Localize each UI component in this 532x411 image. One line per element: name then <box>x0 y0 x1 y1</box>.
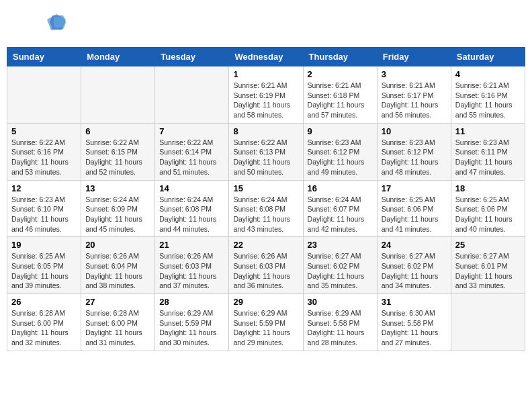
day-number: 17 <box>382 183 447 193</box>
day-number: 9 <box>308 126 373 136</box>
calendar-cell: 19Sunrise: 6:25 AMSunset: 6:05 PMDayligh… <box>7 237 81 294</box>
calendar-cell: 18Sunrise: 6:25 AMSunset: 6:06 PMDayligh… <box>451 180 525 237</box>
day-number: 20 <box>85 240 150 250</box>
calendar-week-row: 26Sunrise: 6:28 AMSunset: 6:00 PMDayligh… <box>7 294 525 351</box>
day-number: 21 <box>159 240 224 250</box>
day-number: 8 <box>233 126 298 136</box>
calendar-cell: 5Sunrise: 6:22 AMSunset: 6:16 PMDaylight… <box>7 123 81 180</box>
calendar-cell <box>7 66 81 124</box>
day-number: 18 <box>455 183 521 193</box>
day-number: 4 <box>455 69 521 79</box>
calendar-cell: 7Sunrise: 6:22 AMSunset: 6:14 PMDaylight… <box>155 123 229 180</box>
day-info: Sunrise: 6:22 AMSunset: 6:13 PMDaylight:… <box>233 138 298 177</box>
day-info: Sunrise: 6:22 AMSunset: 6:14 PMDaylight:… <box>159 138 224 177</box>
calendar-cell: 24Sunrise: 6:27 AMSunset: 6:02 PMDayligh… <box>377 237 451 294</box>
day-info: Sunrise: 6:23 AMSunset: 6:12 PMDaylight:… <box>382 138 447 177</box>
day-number: 10 <box>382 126 447 136</box>
calendar-cell: 31Sunrise: 6:30 AMSunset: 5:58 PMDayligh… <box>377 294 451 351</box>
day-info: Sunrise: 6:28 AMSunset: 6:00 PMDaylight:… <box>11 308 77 348</box>
weekday-header-thursday: Thursday <box>303 48 377 66</box>
calendar-cell: 2Sunrise: 6:21 AMSunset: 6:18 PMDaylight… <box>303 66 377 124</box>
calendar-cell: 15Sunrise: 6:24 AMSunset: 6:08 PMDayligh… <box>229 180 303 237</box>
day-number: 7 <box>159 126 224 136</box>
day-number: 15 <box>233 183 298 193</box>
logo <box>13 10 66 37</box>
logo-icon <box>47 13 66 32</box>
calendar-cell: 12Sunrise: 6:23 AMSunset: 6:10 PMDayligh… <box>7 180 81 237</box>
day-number: 28 <box>159 297 224 307</box>
day-number: 31 <box>382 297 447 307</box>
calendar-cell: 11Sunrise: 6:23 AMSunset: 6:11 PMDayligh… <box>451 123 525 180</box>
calendar-cell: 9Sunrise: 6:23 AMSunset: 6:12 PMDaylight… <box>303 123 377 180</box>
calendar-cell: 25Sunrise: 6:27 AMSunset: 6:01 PMDayligh… <box>451 237 525 294</box>
day-number: 5 <box>11 126 77 136</box>
day-number: 12 <box>11 183 77 193</box>
day-number: 2 <box>308 69 373 79</box>
calendar-cell: 17Sunrise: 6:25 AMSunset: 6:06 PMDayligh… <box>377 180 451 237</box>
day-info: Sunrise: 6:24 AMSunset: 6:08 PMDaylight:… <box>233 195 298 234</box>
day-info: Sunrise: 6:27 AMSunset: 6:02 PMDaylight:… <box>308 251 373 291</box>
day-info: Sunrise: 6:25 AMSunset: 6:06 PMDaylight:… <box>382 195 447 234</box>
day-number: 29 <box>233 297 298 307</box>
calendar-cell: 30Sunrise: 6:29 AMSunset: 5:58 PMDayligh… <box>303 294 377 351</box>
day-number: 3 <box>382 69 447 79</box>
day-info: Sunrise: 6:23 AMSunset: 6:10 PMDaylight:… <box>11 195 77 234</box>
day-info: Sunrise: 6:21 AMSunset: 6:18 PMDaylight:… <box>308 81 373 120</box>
calendar-cell: 6Sunrise: 6:22 AMSunset: 6:15 PMDaylight… <box>81 123 155 180</box>
calendar-cell: 22Sunrise: 6:26 AMSunset: 6:03 PMDayligh… <box>229 237 303 294</box>
calendar-cell: 21Sunrise: 6:26 AMSunset: 6:03 PMDayligh… <box>155 237 229 294</box>
calendar-cell: 23Sunrise: 6:27 AMSunset: 6:02 PMDayligh… <box>303 237 377 294</box>
calendar-cell: 29Sunrise: 6:29 AMSunset: 5:59 PMDayligh… <box>229 294 303 351</box>
calendar-cell: 3Sunrise: 6:21 AMSunset: 6:17 PMDaylight… <box>377 66 451 124</box>
calendar-table: SundayMondayTuesdayWednesdayThursdayFrid… <box>7 47 525 351</box>
weekday-header-saturday: Saturday <box>451 48 525 66</box>
weekday-header-row: SundayMondayTuesdayWednesdayThursdayFrid… <box>7 48 525 66</box>
day-number: 19 <box>11 240 77 250</box>
day-number: 22 <box>233 240 298 250</box>
day-info: Sunrise: 6:29 AMSunset: 5:59 PMDaylight:… <box>233 308 298 348</box>
day-info: Sunrise: 6:22 AMSunset: 6:15 PMDaylight:… <box>85 138 150 177</box>
day-info: Sunrise: 6:24 AMSunset: 6:08 PMDaylight:… <box>159 195 224 234</box>
day-number: 11 <box>455 126 521 136</box>
day-info: Sunrise: 6:29 AMSunset: 5:59 PMDaylight:… <box>159 308 224 348</box>
svg-marker-2 <box>54 17 66 28</box>
calendar-week-row: 1Sunrise: 6:21 AMSunset: 6:19 PMDaylight… <box>7 66 525 124</box>
calendar-week-row: 12Sunrise: 6:23 AMSunset: 6:10 PMDayligh… <box>7 180 525 237</box>
day-number: 27 <box>85 297 150 307</box>
weekday-header-friday: Friday <box>377 48 451 66</box>
day-info: Sunrise: 6:27 AMSunset: 6:01 PMDaylight:… <box>455 251 521 291</box>
day-info: Sunrise: 6:23 AMSunset: 6:11 PMDaylight:… <box>455 138 521 177</box>
calendar-cell: 28Sunrise: 6:29 AMSunset: 5:59 PMDayligh… <box>155 294 229 351</box>
day-info: Sunrise: 6:26 AMSunset: 6:03 PMDaylight:… <box>159 251 224 291</box>
calendar-cell: 14Sunrise: 6:24 AMSunset: 6:08 PMDayligh… <box>155 180 229 237</box>
day-info: Sunrise: 6:21 AMSunset: 6:19 PMDaylight:… <box>233 81 298 120</box>
weekday-header-monday: Monday <box>81 48 155 66</box>
calendar-cell: 26Sunrise: 6:28 AMSunset: 6:00 PMDayligh… <box>7 294 81 351</box>
day-info: Sunrise: 6:27 AMSunset: 6:02 PMDaylight:… <box>382 251 447 291</box>
weekday-header-tuesday: Tuesday <box>155 48 229 66</box>
day-number: 23 <box>308 240 373 250</box>
calendar-cell: 13Sunrise: 6:24 AMSunset: 6:09 PMDayligh… <box>81 180 155 237</box>
day-number: 13 <box>85 183 150 193</box>
day-info: Sunrise: 6:26 AMSunset: 6:04 PMDaylight:… <box>85 251 150 291</box>
day-info: Sunrise: 6:21 AMSunset: 6:17 PMDaylight:… <box>382 81 447 120</box>
weekday-header-wednesday: Wednesday <box>229 48 303 66</box>
calendar-week-row: 5Sunrise: 6:22 AMSunset: 6:16 PMDaylight… <box>7 123 525 180</box>
day-number: 24 <box>382 240 447 250</box>
day-info: Sunrise: 6:30 AMSunset: 5:58 PMDaylight:… <box>382 308 447 348</box>
day-number: 25 <box>455 240 521 250</box>
calendar-cell: 1Sunrise: 6:21 AMSunset: 6:19 PMDaylight… <box>229 66 303 124</box>
day-number: 16 <box>308 183 373 193</box>
calendar-cell <box>451 294 525 351</box>
calendar-week-row: 19Sunrise: 6:25 AMSunset: 6:05 PMDayligh… <box>7 237 525 294</box>
calendar-cell: 4Sunrise: 6:21 AMSunset: 6:16 PMDaylight… <box>451 66 525 124</box>
day-info: Sunrise: 6:28 AMSunset: 6:00 PMDaylight:… <box>85 308 150 348</box>
page-header <box>7 7 525 40</box>
calendar-cell: 8Sunrise: 6:22 AMSunset: 6:13 PMDaylight… <box>229 123 303 180</box>
day-number: 30 <box>308 297 373 307</box>
calendar-cell: 27Sunrise: 6:28 AMSunset: 6:00 PMDayligh… <box>81 294 155 351</box>
calendar-cell <box>155 66 229 124</box>
day-number: 26 <box>11 297 77 307</box>
day-info: Sunrise: 6:29 AMSunset: 5:58 PMDaylight:… <box>308 308 373 348</box>
calendar-cell: 16Sunrise: 6:24 AMSunset: 6:07 PMDayligh… <box>303 180 377 237</box>
